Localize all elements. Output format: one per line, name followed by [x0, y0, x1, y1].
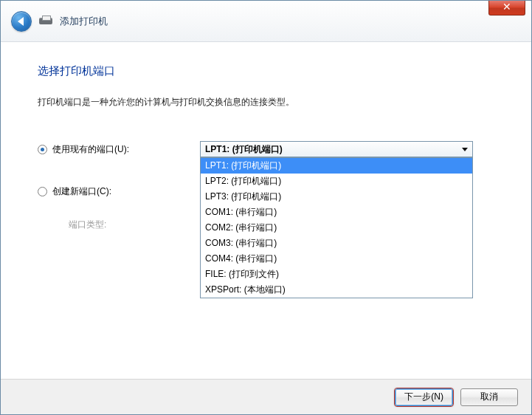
port-dropdown[interactable]: LPT1: (打印机端口) [200, 141, 473, 157]
use-existing-radio[interactable] [38, 145, 47, 154]
chevron-down-icon [462, 148, 468, 151]
header-title: 添加打印机 [60, 15, 108, 28]
use-existing-port-row: 使用现有的端口(U): LPT1: (打印机端口) LPT1: (打印机端口)L… [38, 141, 494, 157]
page-heading: 选择打印机端口 [38, 64, 494, 78]
port-dropdown-list: LPT1: (打印机端口)LPT2: (打印机端口)LPT3: (打印机端口)C… [200, 157, 473, 298]
port-option[interactable]: FILE: (打印到文件) [201, 267, 472, 282]
port-option[interactable]: LPT1: (打印机端口) [201, 158, 472, 174]
content-area: 选择打印机端口 打印机端口是一种允许您的计算机与打印机交换信息的连接类型。 使用… [1, 42, 531, 231]
use-existing-label: 使用现有的端口(U): [52, 143, 129, 156]
close-icon: ✕ [502, 1, 511, 13]
close-button[interactable]: ✕ [488, 1, 525, 16]
printer-icon [39, 16, 52, 27]
port-option[interactable]: COM2: (串行端口) [201, 220, 472, 236]
create-new-radio-group[interactable]: 创建新端口(C): [38, 185, 200, 198]
create-new-radio[interactable] [38, 187, 47, 196]
dialog-window: ✕ 添加打印机 选择打印机端口 打印机端口是一种允许您的计算机与打印机交换信息的… [0, 0, 532, 415]
next-button[interactable]: 下一步(N) [395, 388, 453, 406]
cancel-button[interactable]: 取消 [460, 388, 518, 406]
port-option[interactable]: COM1: (串行端口) [201, 205, 472, 220]
port-option[interactable]: COM3: (串行端口) [201, 236, 472, 251]
port-option[interactable]: COM4: (串行端口) [201, 251, 472, 267]
port-option[interactable]: LPT3: (打印机端口) [201, 189, 472, 205]
header-bar: 添加打印机 [1, 1, 531, 42]
port-option[interactable]: XPSPort: (本地端口) [201, 282, 472, 298]
use-existing-radio-group[interactable]: 使用现有的端口(U): [38, 143, 200, 156]
port-dropdown-wrap: LPT1: (打印机端口) LPT1: (打印机端口)LPT2: (打印机端口)… [200, 141, 473, 157]
page-description: 打印机端口是一种允许您的计算机与打印机交换信息的连接类型。 [38, 96, 494, 109]
create-new-label: 创建新端口(C): [52, 185, 111, 198]
back-button[interactable] [11, 11, 32, 32]
footer-bar: 下一步(N) 取消 [1, 379, 531, 414]
port-dropdown-value: LPT1: (打印机端口) [205, 144, 283, 154]
port-option[interactable]: LPT2: (打印机端口) [201, 174, 472, 189]
